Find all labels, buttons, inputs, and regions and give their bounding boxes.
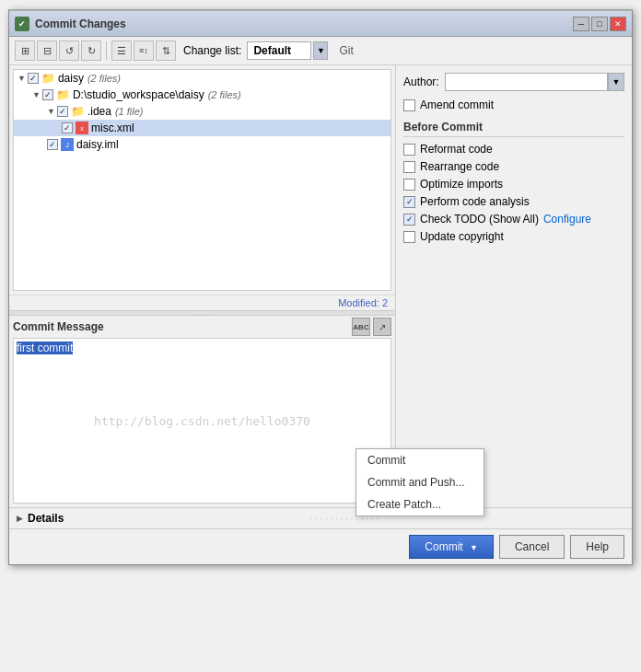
checkbox-daisy-iml[interactable]: [47, 139, 58, 150]
author-row: Author: ▼: [403, 73, 624, 91]
window-title: Commit Changes: [35, 17, 573, 30]
modified-count: Modified: 2: [9, 295, 395, 310]
amend-row: Amend commit: [403, 98, 624, 111]
label-rearrange: Rearrange code: [420, 160, 499, 173]
toolbar-btn-4[interactable]: ↻: [81, 41, 101, 61]
git-label: Git: [339, 44, 353, 57]
toolbar-btn-6[interactable]: ≡↕: [134, 41, 154, 61]
commit-message-input[interactable]: [13, 338, 391, 504]
expand-arrow-workspace: ▼: [32, 90, 41, 99]
dropdown-item-commit-push[interactable]: Commit and Push...: [356, 471, 484, 493]
commit-message-section: Commit Message ABC ↗ first commit http:/…: [9, 316, 395, 507]
main-content: ▼ 📁 daisy (2 files) ▼ 📁 D:\studio_worksp…: [9, 65, 632, 507]
checkbox-optimize[interactable]: [403, 179, 415, 191]
window-controls: ─ □ ✕: [573, 17, 626, 31]
commit-message-icons: ABC ↗: [352, 318, 391, 336]
option-copyright: Update copyright: [403, 230, 624, 243]
option-todo: Check TODO (Show All) Configure: [403, 213, 624, 226]
tree-meta-idea: (1 file): [115, 106, 144, 117]
right-panel: Author: ▼ Amend commit Before Commit Ref…: [396, 65, 632, 507]
details-resize-handle[interactable]: · · · · · · · · · · · · · ·: [64, 514, 624, 524]
toolbar-btn-2[interactable]: ⊟: [37, 41, 57, 61]
expand-arrow-idea: ▼: [47, 107, 55, 116]
toolbar-btn-1[interactable]: ⊞: [15, 41, 35, 61]
commit-message-wrapper: first commit http://blog.csdn.net/hello0…: [13, 338, 391, 504]
close-button[interactable]: ✕: [610, 17, 626, 31]
label-reformat: Reformat code: [420, 143, 493, 156]
tree-item-idea[interactable]: ▼ 📁 .idea (1 file): [14, 103, 390, 120]
folder-icon-daisy: 📁: [41, 72, 55, 85]
changelist-value[interactable]: Default: [247, 41, 311, 60]
folder-icon-workspace: 📁: [56, 88, 70, 101]
toolbar-btn-7[interactable]: ⇅: [156, 41, 176, 61]
tree-label-daisy-iml: daisy.iml: [76, 138, 119, 151]
checkbox-copyright[interactable]: [403, 231, 415, 243]
left-panel: ▼ 📁 daisy (2 files) ▼ 📁 D:\studio_worksp…: [9, 65, 396, 507]
tree-label-idea: .idea: [87, 105, 111, 118]
option-reformat: Reformat code: [403, 143, 624, 156]
dropdown-item-commit[interactable]: Commit: [356, 449, 484, 471]
commit-button[interactable]: Commit ▼: [409, 535, 494, 559]
tree-item-workspace[interactable]: ▼ 📁 D:\studio_workspace\daisy (2 files): [14, 87, 390, 103]
tree-label-misc-xml: misc.xml: [91, 122, 134, 134]
file-tree: ▼ 📁 daisy (2 files) ▼ 📁 D:\studio_worksp…: [13, 69, 391, 291]
commit-dropdown-arrow[interactable]: ▼: [470, 543, 478, 552]
commit-message-label: Commit Message: [13, 320, 104, 333]
checkbox-daisy[interactable]: [28, 73, 39, 84]
toolbar-btn-3[interactable]: ↺: [59, 41, 79, 61]
changelist-arrow[interactable]: ▼: [313, 41, 328, 60]
author-label: Author:: [403, 75, 439, 88]
toolbar-btn-5[interactable]: ☰: [111, 41, 132, 61]
tree-meta-workspace: (2 files): [208, 89, 241, 100]
cancel-button[interactable]: Cancel: [499, 535, 565, 559]
details-label: Details: [28, 512, 64, 525]
xml-file-icon: x: [76, 122, 88, 134]
iml-file-icon: J: [61, 138, 74, 151]
details-arrow: ▶: [17, 514, 23, 523]
toolbar-separator: [106, 41, 107, 60]
commit-message-header: Commit Message ABC ↗: [13, 318, 391, 336]
commit-msg-icon-arrow[interactable]: ↗: [373, 318, 391, 336]
details-section[interactable]: ▶ Details · · · · · · · · · · · · · ·: [9, 507, 632, 528]
commit-msg-icon-abc[interactable]: ABC: [352, 318, 370, 336]
help-button[interactable]: Help: [570, 535, 624, 559]
tree-label-daisy: daisy: [58, 72, 84, 85]
option-optimize: Optimize imports: [403, 178, 624, 191]
tree-item-daisy-iml[interactable]: J daisy.iml: [14, 136, 390, 153]
author-input[interactable]: [445, 73, 608, 91]
maximize-button[interactable]: □: [591, 17, 608, 31]
checkbox-workspace[interactable]: [42, 89, 53, 100]
title-bar: ✔ Commit Changes ─ □ ✕: [9, 11, 632, 37]
tree-meta-daisy: (2 files): [87, 73, 121, 84]
option-analysis: Perform code analysis: [403, 195, 624, 208]
label-copyright: Update copyright: [420, 230, 504, 243]
changelist-label: Change list:: [183, 44, 241, 57]
tree-item-daisy[interactable]: ▼ 📁 daisy (2 files): [14, 70, 390, 87]
checkbox-analysis[interactable]: [403, 196, 415, 208]
configure-link[interactable]: Configure: [543, 213, 591, 226]
amend-label: Amend commit: [420, 98, 494, 111]
folder-icon-idea: 📁: [71, 105, 85, 118]
tree-label-workspace: D:\studio_workspace\daisy: [73, 88, 204, 101]
label-optimize: Optimize imports: [420, 178, 503, 191]
tree-item-misc-xml[interactable]: x misc.xml: [14, 120, 390, 136]
checkbox-todo[interactable]: [403, 214, 415, 226]
commit-dialog: ✔ Commit Changes ─ □ ✕ ⊞ ⊟ ↺ ↻ ☰ ≡↕ ⇅ Ch…: [8, 9, 633, 565]
label-analysis: Perform code analysis: [420, 195, 530, 208]
dropdown-item-create-patch[interactable]: Create Patch...: [356, 493, 484, 516]
label-todo: Check TODO (Show All): [420, 213, 539, 226]
author-dropdown[interactable]: ▼: [608, 73, 624, 91]
commit-dropdown-menu: Commit Commit and Push... Create Patch..…: [355, 448, 484, 516]
before-commit-title: Before Commit: [403, 121, 624, 137]
amend-checkbox[interactable]: [403, 99, 415, 111]
toolbar: ⊞ ⊟ ↺ ↻ ☰ ≡↕ ⇅ Change list: Default ▼ Gi…: [9, 37, 632, 65]
expand-arrow-daisy: ▼: [17, 74, 26, 83]
checkbox-misc-xml[interactable]: [62, 122, 73, 133]
minimize-button[interactable]: ─: [573, 17, 589, 31]
window-icon: ✔: [15, 17, 29, 31]
checkbox-reformat[interactable]: [403, 144, 415, 156]
checkbox-rearrange[interactable]: [403, 161, 415, 173]
bottom-bar: Commit ▼ Cancel Help: [9, 528, 632, 564]
checkbox-idea[interactable]: [57, 106, 68, 117]
option-rearrange: Rearrange code: [403, 160, 624, 173]
